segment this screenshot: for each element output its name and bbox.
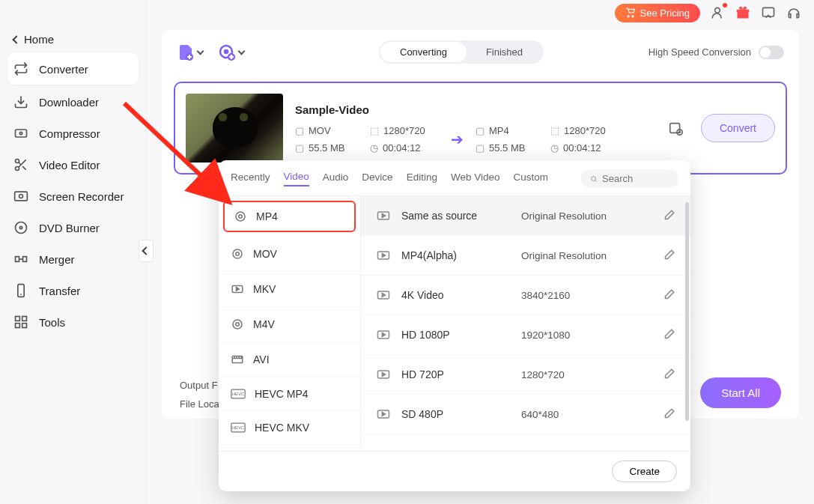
sidebar-item-converter[interactable]: Converter — [7, 53, 139, 85]
edit-icon[interactable] — [662, 368, 675, 381]
add-file-icon — [177, 43, 195, 61]
format-hevc-mp4[interactable]: HEVCHEVC MP4 — [219, 377, 360, 411]
hevc-icon: HEVC — [231, 422, 246, 433]
pricing-label: See Pricing — [640, 7, 690, 19]
dst-format: MP4 — [489, 125, 509, 136]
svg-point-1 — [19, 132, 22, 134]
home-link[interactable]: Home — [0, 27, 146, 52]
resolution-same-as-source[interactable]: Same as source Original Resolution — [361, 196, 690, 236]
resolution-mp4-alpha[interactable]: MP4(Alpha) Original Resolution — [361, 236, 690, 276]
svg-point-26 — [236, 212, 245, 221]
edit-icon[interactable] — [662, 328, 675, 341]
tab-video[interactable]: Video — [284, 171, 309, 186]
see-pricing-button[interactable]: See Pricing — [615, 4, 700, 22]
hsc-toggle[interactable] — [759, 46, 784, 59]
sidebar-item-dvd-burner[interactable]: DVD Burner — [0, 212, 146, 243]
format-popover: Recently Video Audio Device Editing Web … — [219, 160, 690, 491]
format-search[interactable] — [581, 169, 678, 188]
svg-point-7 — [19, 226, 22, 228]
svg-rect-8 — [16, 257, 19, 262]
clock-icon: ◷ — [550, 142, 559, 154]
tab-editing[interactable]: Editing — [407, 171, 437, 186]
compressor-icon — [13, 126, 28, 141]
format-avi[interactable]: AVI — [219, 342, 360, 377]
sidebar-item-merger[interactable]: Merger — [0, 243, 146, 275]
edit-icon[interactable] — [662, 209, 675, 222]
chevron-down-icon — [238, 48, 246, 55]
resolution-720p[interactable]: HD 720P 1280*720 — [361, 355, 690, 395]
recorder-icon — [13, 189, 28, 204]
gift-icon[interactable] — [735, 4, 751, 21]
clock-icon: ◷ — [370, 142, 378, 154]
resolution-list[interactable]: Same as source Original Resolution MP4(A… — [361, 196, 690, 451]
src-format: MOV — [309, 125, 331, 136]
search-input[interactable] — [602, 173, 669, 184]
svg-point-32 — [236, 323, 240, 327]
support-icon[interactable] — [786, 4, 802, 21]
sidebar-item-label: Merger — [39, 253, 75, 266]
format-mp4[interactable]: MP4 — [223, 201, 356, 232]
video-thumbnail[interactable] — [186, 94, 283, 163]
resolution-1080p[interactable]: HD 1080P 1920*1080 — [361, 315, 690, 355]
sidebar-item-video-editor[interactable]: Video Editor — [0, 149, 146, 180]
start-all-button[interactable]: Start All — [700, 377, 781, 408]
resolution-4k[interactable]: 4K Video 3840*2160 — [361, 276, 690, 315]
high-speed-toggle-group: High Speed Conversion — [649, 46, 784, 59]
scrollbar[interactable] — [685, 202, 689, 421]
sidebar-item-compressor[interactable]: Compressor — [0, 118, 146, 149]
chevron-down-icon — [197, 48, 204, 55]
convert-button[interactable]: Convert — [701, 114, 775, 142]
tab-recently[interactable]: Recently — [231, 171, 270, 186]
src-resolution: 1280*720 — [383, 125, 425, 136]
svg-point-21 — [225, 50, 228, 53]
segment-converting[interactable]: Converting — [380, 42, 467, 62]
video-file-icon — [376, 248, 391, 263]
sidebar-item-tools[interactable]: Tools — [0, 306, 146, 338]
video-file-icon — [376, 407, 391, 422]
create-button[interactable]: Create — [612, 461, 677, 482]
edit-icon[interactable] — [662, 288, 675, 302]
sidebar-item-downloader[interactable]: Downloader — [0, 86, 146, 118]
video-file-icon — [231, 282, 244, 296]
sidebar-item-transfer[interactable]: Transfer — [0, 275, 146, 306]
resolution-480p[interactable]: SD 480P 640*480 — [361, 395, 690, 434]
tab-audio[interactable]: Audio — [323, 171, 349, 186]
feedback-icon[interactable] — [760, 4, 777, 21]
dst-resolution: 1280*720 — [564, 125, 606, 136]
user-icon[interactable] — [709, 4, 726, 21]
dst-size: 55.5 MB — [489, 142, 525, 154]
tab-device[interactable]: Device — [362, 171, 392, 186]
svg-rect-10 — [18, 285, 24, 297]
video-title: Sample-Video — [295, 103, 651, 116]
src-duration: 00:04:12 — [383, 142, 421, 154]
tab-custom[interactable]: Custom — [513, 171, 548, 186]
svg-point-27 — [239, 215, 243, 219]
svg-point-29 — [236, 252, 240, 256]
svg-rect-14 — [22, 324, 27, 328]
settings-button[interactable] — [663, 115, 689, 141]
tab-web-video[interactable]: Web Video — [451, 171, 500, 186]
chevron-left-icon — [12, 35, 20, 43]
segment-finished[interactable]: Finished — [467, 42, 542, 62]
home-label: Home — [24, 33, 54, 46]
format-m4v[interactable]: M4V — [219, 307, 360, 342]
svg-rect-11 — [16, 317, 20, 321]
add-disc-button[interactable] — [218, 43, 244, 61]
grid-icon — [13, 315, 28, 330]
edit-icon[interactable] — [662, 407, 675, 421]
format-mkv[interactable]: MKV — [219, 272, 360, 307]
format-hevc-mkv[interactable]: HEVCHEVC MKV — [219, 411, 360, 445]
sidebar-item-label: Screen Recorder — [39, 190, 124, 203]
video-file-icon — [376, 327, 391, 342]
add-file-button[interactable] — [177, 43, 203, 61]
sidebar-item-label: Tools — [39, 316, 65, 329]
format-list[interactable]: MP4 MOV MKV M4V AVI HEVCHEVC MP4 HEVCHEV… — [219, 196, 361, 451]
edit-icon[interactable] — [662, 249, 675, 262]
toolbar: Converting Finished High Speed Conversio… — [162, 30, 799, 74]
svg-point-3 — [16, 167, 19, 171]
arrow-right-icon: ➔ — [451, 130, 464, 148]
format-mov[interactable]: MOV — [219, 237, 360, 272]
cart-icon — [625, 7, 636, 18]
sidebar-item-screen-recorder[interactable]: Screen Recorder — [0, 180, 146, 212]
sidebar-item-label: Transfer — [39, 285, 80, 297]
